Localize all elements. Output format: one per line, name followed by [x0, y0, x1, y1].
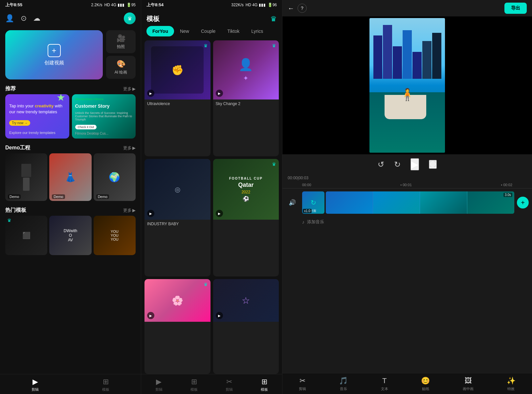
total-time: 00:03 — [299, 176, 308, 180]
compass-icon[interactable]: ⊙ — [21, 14, 27, 23]
status-right-left: 2.2K/s HD 4G ▮▮▮ 🔋95 — [91, 3, 136, 7]
tab-tiktok[interactable]: Tiktok — [221, 26, 245, 36]
card5-crown: ♛ — [204, 282, 208, 287]
template-card-1[interactable]: ✊ ♛ ▶ Ultraviolence — [144, 40, 211, 156]
card3-play: ▶ — [147, 210, 154, 217]
tool-effects[interactable]: ✨ 特效 — [507, 377, 516, 391]
template-card-6[interactable]: ☆ ▶ — [213, 279, 279, 374]
tool-effects-label: 特效 — [507, 386, 515, 391]
editor-back-btn[interactable]: ← — [288, 5, 294, 12]
template-crown-btn[interactable]: ♛ — [270, 15, 277, 23]
status-bar-left: 上午8:55 2.2K/s HD 4G ▮▮▮ 🔋95 — [0, 0, 141, 10]
demo-label-1: Demo — [8, 194, 21, 199]
editor-help-btn[interactable]: ? — [298, 4, 307, 13]
demo-more[interactable]: 更多 ▶ — [123, 145, 136, 151]
status-bar-middle: 上午8:54 322K/s HD 4G ▮▮▮ 🔋96 — [141, 0, 282, 10]
create-video-btn[interactable]: + 创建视频 — [5, 30, 103, 79]
building-5 — [412, 52, 422, 79]
tab-new[interactable]: New — [174, 26, 195, 36]
person-figure: 🧍 — [400, 88, 415, 101]
recommend-card-1[interactable]: ★ Tap into your creativity with our new … — [5, 94, 69, 139]
editor-top-bar: ← ? 导出 — [282, 0, 532, 16]
nav-template-m2[interactable]: ⊞ 模板 — [190, 378, 198, 392]
tool-text-label: 文本 — [381, 386, 388, 391]
recommend-card-2[interactable]: Wondershare Filmora Customer Story Unloc… — [72, 94, 136, 139]
playback-controls: ↺ ↻ ▶ ⛶ — [282, 154, 532, 174]
hot-more[interactable]: 更多 ▶ — [123, 208, 136, 213]
crown-btn-left[interactable]: ♛ — [124, 12, 136, 24]
building-6 — [422, 41, 432, 79]
check-out-btn[interactable]: Check it Out — [75, 125, 97, 129]
try-now-btn[interactable]: Try now → — [9, 120, 30, 126]
building-2 — [383, 25, 392, 79]
card3-name: INDUSTRY BABY — [144, 220, 211, 228]
tab-couple[interactable]: Couple — [195, 26, 221, 36]
hot-card-3[interactable]: YOUYOUYOU — [94, 216, 136, 255]
demo-row: Demo 👗 Demo 🌍 Demo — [5, 153, 136, 201]
template-card-4[interactable]: FOOTBALL CUP Qatar 2022 ⚽ ♛ ▶ — [213, 159, 279, 276]
recommend-header: 推荐 更多 ▶ — [0, 83, 141, 94]
card2-crown: ♛ — [272, 43, 276, 48]
hot-card-1-crown: ♛ — [7, 218, 11, 223]
undo-btn[interactable]: ↺ — [378, 160, 384, 169]
video-track-row: 🔊 ↻ 封面 x1.0 — [282, 191, 532, 214]
clip-thumb[interactable]: ↻ 封面 x1.0 — [302, 191, 324, 214]
tool-text[interactable]: T 文本 — [381, 377, 388, 391]
building-1 — [373, 35, 383, 78]
tool-music[interactable]: 🎵 音乐 — [339, 377, 348, 391]
edit-icon-left: ▶ — [33, 378, 38, 386]
hot-card-1[interactable]: ⬛ ♛ — [5, 216, 47, 255]
plus-icon: + — [48, 44, 61, 57]
user-icon[interactable]: 👤 — [5, 14, 14, 23]
nav-cut-m3[interactable]: ✂ 剪辑 — [226, 378, 233, 392]
template-icon-left: ⊞ — [103, 378, 109, 386]
demo-label-2: Demo — [52, 194, 65, 199]
hot-card-2[interactable]: DWwithOAV — [49, 216, 91, 255]
bottom-nav-left: ▶ 剪辑 ⊞ 模板 — [0, 374, 141, 394]
template-card-3[interactable]: ◎ ▶ INDUSTRY BABY — [144, 159, 211, 276]
clip-strip[interactable]: 3.0s — [326, 191, 514, 214]
fullscreen-btn[interactable]: ⛶ — [429, 160, 437, 169]
tool-effects-icon: ✨ — [507, 377, 516, 385]
tool-music-label: 音乐 — [340, 386, 347, 391]
ai-draw-btn[interactable]: 🎨 AI 绘画 — [106, 56, 136, 79]
demo-label-3: Demo — [96, 194, 109, 199]
nav-item-template-left[interactable]: ⊞ 模板 — [102, 378, 109, 392]
hot-title: 热门模板 — [5, 207, 26, 214]
ruler-mark-1: • 00:01 — [400, 183, 411, 187]
tool-edit[interactable]: ✂ 剪辑 — [299, 377, 306, 391]
nav-item-edit-left[interactable]: ▶ 剪辑 — [32, 378, 39, 392]
camera-icon: 🎥 — [117, 34, 125, 43]
nav-template-m4[interactable]: ⊞ 模板 — [261, 378, 268, 392]
demo-card-3[interactable]: 🌍 Demo — [94, 153, 136, 201]
tab-lyrics[interactable]: Lyrics — [245, 26, 269, 36]
music-track-content: ♪ 添加音乐 — [282, 219, 532, 225]
card2-play: ▶ — [216, 90, 223, 97]
add-clip-btn[interactable]: + — [517, 197, 529, 208]
redo-btn[interactable]: ↻ — [394, 160, 401, 169]
template-card-5[interactable]: 🌸 ♛ ▶ — [144, 279, 211, 374]
ai-draw-icon: 🎨 — [117, 60, 125, 68]
template-card-2[interactable]: 👤 ✦ ♛ ▶ Sky Change 2 — [213, 40, 279, 156]
editor-export-btn[interactable]: 导出 — [504, 3, 527, 14]
cloud-icon[interactable]: ☁ — [33, 14, 40, 23]
add-music-label[interactable]: 添加音乐 — [307, 219, 324, 225]
shoot-btn[interactable]: 🎥 拍照 — [106, 30, 136, 53]
tool-pip-icon: 🖼 — [465, 377, 472, 385]
tool-sticker[interactable]: 😊 贴纸 — [421, 377, 430, 391]
tool-pip[interactable]: 🖼 画中画 — [463, 377, 474, 391]
volume-icon-col[interactable]: 🔊 — [282, 199, 302, 206]
card6-name — [213, 322, 279, 326]
demo-card-1[interactable]: Demo — [5, 153, 47, 201]
demo-card-2[interactable]: 👗 Demo — [49, 153, 91, 201]
clip-frame-2 — [373, 191, 420, 214]
cut-label-m3: 剪辑 — [226, 387, 233, 392]
recommend-more[interactable]: 更多 ▶ — [123, 86, 136, 92]
card1-name: Ultraviolence — [144, 99, 211, 108]
recommend-row: ★ Tap into your creativity with our new … — [5, 94, 136, 139]
nav-edit-m1[interactable]: ▶ 剪辑 — [155, 378, 163, 392]
clip-frame-1 — [326, 191, 373, 214]
card1-crown: ♛ — [204, 43, 208, 48]
play-btn[interactable]: ▶ — [410, 158, 419, 170]
tab-foryou[interactable]: ForYou — [146, 26, 174, 36]
